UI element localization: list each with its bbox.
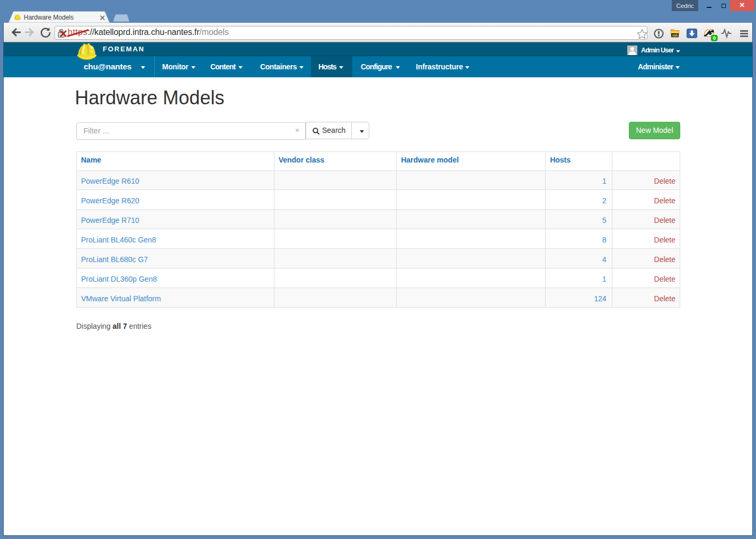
svg-text:0: 0 [713,35,716,41]
svg-text:sab: sab [672,33,678,37]
